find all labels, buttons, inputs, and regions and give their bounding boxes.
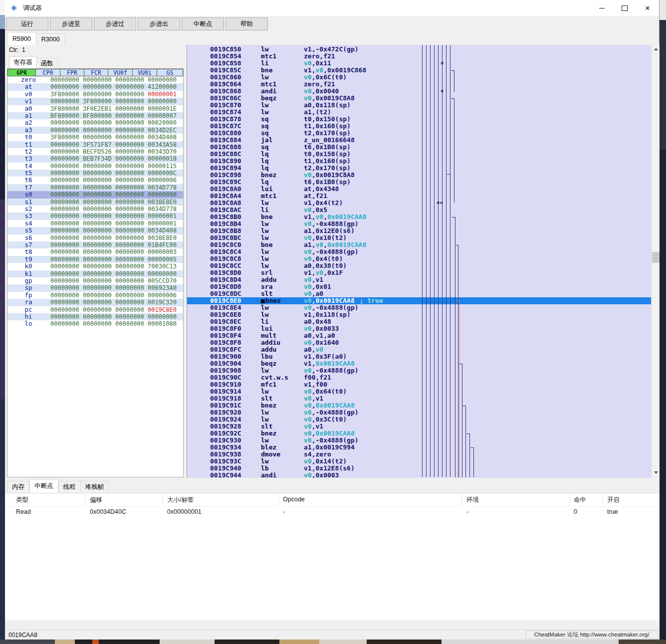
toolbar-button[interactable]: 帮助 — [225, 17, 268, 30]
disasm-line-0019C8C0[interactable]: 0019C8C0bnea1,v0,0x0019CAA8 — [187, 241, 652, 248]
toolbar-button[interactable]: 步进至 — [50, 17, 92, 30]
register-row-s3[interactable]: s300000000 00000000 00000000 00000001 — [7, 213, 183, 219]
register-row-s2[interactable]: s200000000 00000000 00000000 0034D778 — [7, 206, 183, 213]
titlebar[interactable]: ◈ 调试器 ✕ — [5, 0, 659, 16]
disasm-line-0019C890[interactable]: 0019C890lqt1,0x160(sp) — [187, 158, 652, 165]
disasm-line-0019C920[interactable]: 0019C920lwv0,-0x4888(gp) — [187, 409, 652, 416]
disasm-line-0019C858[interactable]: 0019C858liv0,0x11 — [187, 60, 652, 67]
disasm-line-0019C944[interactable]: 0019C944andiv0,0x0003 — [187, 472, 652, 478]
bottom-tab-堆栈帧[interactable]: 堆栈帧 — [81, 481, 109, 493]
disasm-line-0019C8E0[interactable]: 0019C8E0■bnezv0,0x0019CAA8; true — [187, 297, 652, 304]
register-row-s6[interactable]: s600000000 00000000 00000000 0038E8E0 — [7, 234, 183, 241]
cpu-tab-R5900[interactable]: R5900 — [7, 32, 36, 45]
disasm-line-0019C8B4[interactable]: 0019C8B4lwv0,-0x4888(gp) — [187, 220, 652, 227]
disasm-line-0019C8B0[interactable]: 0019C8B0bnev1,v0,0x0019CAA8 — [187, 214, 652, 220]
register-row-t6[interactable]: t600000000 00000000 00000000 00000006 — [7, 177, 183, 184]
column-separator[interactable] — [85, 494, 85, 505]
disasm-line-0019C8A8[interactable]: 0019C8A8lwv1,0x4(t2) — [187, 200, 652, 207]
disasm-line-0019C86C[interactable]: 0019C86Cbeqzv0,0x0019C8A8 — [187, 95, 652, 102]
disasm-line-0019C8F0[interactable]: 0019C8F0luiv0,0x0033 — [187, 325, 652, 332]
breakpoint-column-header[interactable]: 大小/标签 — [167, 496, 194, 504]
disasm-line-0019C914[interactable]: 0019C914lwv0,0x64(t0) — [187, 388, 652, 395]
register-row-s5[interactable]: s500000000 00000000 00000000 0034D408 — [7, 227, 183, 234]
disasm-line-0019C92C[interactable]: 0019C92Cbnezv0,0x0019CAA8 — [187, 430, 652, 437]
register-bank-tab-VU0i[interactable]: VU0i — [133, 69, 157, 76]
breakpoint-column-header[interactable]: 命中 — [574, 496, 586, 504]
register-row-s0[interactable]: s000000000 00000000 00000000 00000000 — [7, 191, 183, 198]
toolbar-button[interactable]: 步进出 — [138, 17, 180, 30]
register-row-s1[interactable]: s100000000 00000000 00000000 0038E8E0 — [7, 199, 183, 206]
disasm-line-0019C860[interactable]: 0019C860lwv0,0x6C(t0) — [187, 74, 652, 81]
disasm-line-0019C928[interactable]: 0019C928sltv0,v1 — [187, 423, 652, 430]
disasm-line-0019C8EC[interactable]: 0019C8EClia0,0x48 — [187, 318, 652, 325]
disasm-line-0019C868[interactable]: 0019C868andiv0,0x0040 — [187, 88, 652, 95]
breakpoint-column-header[interactable]: 开启 — [607, 496, 620, 504]
disasm-line-0019C878[interactable]: 0019C878sqt0,0x150(sp) — [187, 116, 652, 123]
register-bank-tab-VU0f[interactable]: VU0f — [108, 69, 133, 76]
register-row-t7[interactable]: t700000000 00000000 00000000 0034D778 — [7, 184, 183, 191]
bottom-tab-线程[interactable]: 线程 — [58, 481, 81, 493]
register-row-t0[interactable]: t03F800000 00000000 00000000 0034D408 — [7, 134, 183, 141]
register-row-t8[interactable]: t800000000 00000000 00000000 00000003 — [7, 248, 183, 255]
disasm-line-0019C854[interactable]: 0019C854mtc1zero,f21 — [187, 53, 652, 60]
disasm-line-0019C930[interactable]: 0019C930lwv0,-0x4888(gp) — [187, 437, 652, 444]
register-row-t2[interactable]: t200000000 BECFD526 00000000 00343D70 — [7, 148, 183, 155]
toolbar-button[interactable]: 步进过 — [94, 17, 136, 30]
bottom-tab-内存[interactable]: 内存 — [7, 481, 29, 493]
disasm-line-0019C884[interactable]: 0019C884jalz_un_00166648 — [187, 137, 652, 144]
register-row-ra[interactable]: ra00000000 00000000 00000000 0019C320 — [7, 299, 183, 306]
disasm-line-0019C85C[interactable]: 0019C85Cbnev1,v0,0x0019C868 — [187, 67, 652, 74]
disasm-line-0019C8F8[interactable]: 0019C8F8addiuv0,0x1640 — [187, 339, 652, 346]
register-bank-tab-FPR[interactable]: FPR — [60, 69, 84, 76]
disasm-line-0019C8F4[interactable]: 0019C8F4multa0,v1,a0 — [187, 332, 652, 339]
register-row-zero[interactable]: zero00000000 00000000 00000000 00000000 — [7, 76, 183, 83]
register-row-t5[interactable]: t500000000 00000000 00000000 0000000C — [7, 170, 183, 177]
register-row-gp[interactable]: gp00000000 00000000 00000000 005CCD70 — [7, 277, 183, 284]
register-row-at[interactable]: at00000000 00000000 00000000 41200000 — [7, 83, 183, 90]
register-bank-tab-CP0[interactable]: CP0 — [36, 69, 60, 76]
breakpoint-column-header[interactable]: 偏移 — [90, 496, 102, 504]
disasm-line-0019C894[interactable]: 0019C894lqt2,0x170(sp) — [187, 165, 652, 172]
disasm-line-0019C8E4[interactable]: 0019C8E4lwv0,-0x4888(gp) — [187, 304, 652, 311]
disassembly-scrollbar[interactable] — [651, 45, 660, 478]
column-separator[interactable] — [278, 494, 279, 505]
scrollbar-thumb[interactable] — [652, 252, 660, 263]
disasm-line-0019C904[interactable]: 0019C904beqzv1,0x0019CAA8 — [187, 360, 652, 367]
disasm-line-0019C88C[interactable]: 0019C88Clqt0,0x150(sp) — [187, 151, 652, 158]
scroll-up-button[interactable] — [652, 45, 660, 53]
disasm-line-0019C924[interactable]: 0019C924lwv0,0x3C(t0) — [187, 416, 652, 423]
breakpoint-column-header[interactable]: 类型 — [16, 496, 28, 504]
disasm-line-0019C93C[interactable]: 0019C93Clwv0,0x14(t2) — [187, 458, 652, 465]
disasm-line-0019C870[interactable]: 0019C870lwa0,0x118(sp) — [187, 102, 652, 109]
register-panel-tab[interactable]: 函数 — [37, 58, 58, 68]
minimize-button[interactable] — [590, 0, 613, 16]
toolbar-button[interactable]: 中断点 — [182, 17, 224, 30]
disasm-line-0019C90C[interactable]: 0019C90Ccvt.w.sf00,f21 — [187, 374, 652, 381]
disasm-line-0019C8D4[interactable]: 0019C8D4adduv0,v1 — [187, 276, 652, 283]
register-row-a3[interactable]: a300000000 00000000 00000000 0034D2EC — [7, 127, 183, 134]
disasm-line-0019C8A4[interactable]: 0019C8A4mtc1at,f21 — [187, 193, 652, 200]
column-separator[interactable] — [461, 494, 462, 505]
disasm-line-0019C900[interactable]: 0019C900lbuv1,0x3F(a0) — [187, 353, 652, 360]
breakpoint-column-header[interactable]: 环境 — [466, 496, 479, 504]
disasm-line-0019C938[interactable]: 0019C938dmoves4,zero — [187, 451, 652, 458]
toolbar-button[interactable]: 运行 — [6, 17, 48, 30]
disasm-line-0019C940[interactable]: 0019C940lbv1,0x12E8(s6) — [187, 465, 652, 472]
disassembly-panel[interactable]: 0019C850lwv1,-0x472C(gp)0019C854mtc1zero… — [187, 45, 660, 478]
disasm-line-0019C8A0[interactable]: 0019C8A0luiat,0x4348 — [187, 186, 652, 193]
register-row-t4[interactable]: t400000000 00000000 00000000 00000115 — [7, 163, 183, 170]
column-separator[interactable] — [570, 494, 570, 505]
disasm-line-0019C850[interactable]: 0019C850lwv1,-0x472C(gp) — [187, 46, 652, 53]
disasm-line-0019C898[interactable]: 0019C898bnezv0,0x0019C8A8 — [187, 172, 652, 179]
disasm-line-0019C8FC[interactable]: 0019C8FCaddua0,v0 — [187, 346, 652, 353]
register-row-a1[interactable]: a1BF800000 BF800000 00000000 00000007 — [7, 112, 183, 119]
disasm-line-0019C880[interactable]: 0019C880sqt2,0x170(sp) — [187, 130, 652, 137]
register-row-fp[interactable]: fp00000000 00000000 00000000 00000006 — [7, 292, 183, 299]
register-bank-tab-GS[interactable]: GS — [157, 69, 183, 76]
disasm-line-0019C87C[interactable]: 0019C87Csqt1,0x160(sp) — [187, 123, 652, 130]
register-row-lo[interactable]: lo00000000 00000000 00000000 00001080 — [7, 320, 183, 327]
register-row-v0[interactable]: v03F800000 00000000 00000000 00000001 — [7, 91, 183, 98]
disasm-line-0019C8B8[interactable]: 0019C8B8lwa1,0x12E0(s6) — [187, 227, 652, 234]
disasm-line-0019C8BC[interactable]: 0019C8BClwv0,0x10(t2) — [187, 234, 652, 241]
close-button[interactable]: ✕ — [636, 0, 659, 16]
